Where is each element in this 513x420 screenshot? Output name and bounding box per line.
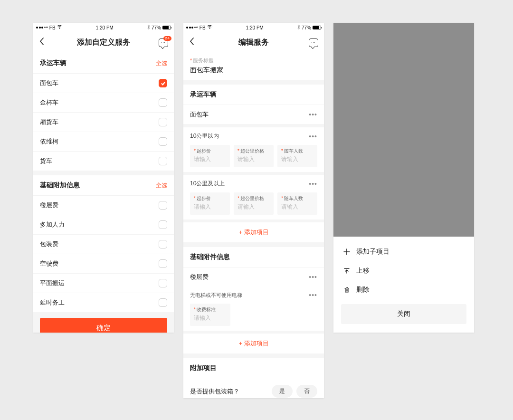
confirm-button[interactable]: 确定 <box>40 318 167 333</box>
extra-row[interactable]: 平面搬运 <box>33 273 174 293</box>
vehicle-row[interactable]: 面包车 <box>33 73 174 93</box>
content-scroll[interactable]: *服务标题 承运车辆 面包车 ••• 10公里以内 ••• *起步价 请输入 *… <box>183 53 324 398</box>
extra-label: 平面搬运 <box>40 279 65 287</box>
extra-label: 延时务工 <box>40 298 65 307</box>
more-icon[interactable]: ••• <box>309 180 317 188</box>
price-chip[interactable]: *随车人数 请输入 <box>277 145 317 167</box>
battery-pct: 77% <box>152 25 161 30</box>
clock: 1:20 PM <box>246 25 264 30</box>
content-scroll[interactable]: 承运车辆 全选 面包车 金杯车 厢货车 依维柯 货车 基础附加信息 全选 <box>33 53 174 333</box>
back-button[interactable] <box>39 37 44 48</box>
add-item-button[interactable]: + 添加项目 <box>183 334 324 353</box>
base-row[interactable]: 楼层费 ••• <box>183 267 324 286</box>
battery-icon <box>313 26 321 29</box>
action-sheet: 添加子项目 上移 删除 关闭 <box>333 237 474 333</box>
vehicle-label: 货车 <box>40 157 52 165</box>
base-fee-inputs: *收费标准 请输入 <box>183 304 324 331</box>
service-title-input[interactable] <box>183 64 324 80</box>
sheet-move-up[interactable]: 上移 <box>333 261 474 280</box>
nav-bar: 添加自定义服务 ··· 24 <box>33 32 174 53</box>
range-inputs: *起步价 请输入 *超公里价格 请输入 *随车人数 请输入 <box>183 192 324 220</box>
carrier-label: FB <box>200 25 206 30</box>
extra-row[interactable]: 多加人力 <box>33 215 174 234</box>
wifi-icon <box>57 25 62 30</box>
checkbox[interactable] <box>159 98 167 107</box>
trash-icon <box>343 286 351 293</box>
phone-add-service: FB 1:20 PM 77% 添加自定义服务 ··· 24 承运车辆 <box>33 23 174 333</box>
vehicle-label: 金杯车 <box>40 98 58 107</box>
vehicle-row[interactable]: 货车 <box>33 151 174 171</box>
phone-edit-service: FB 1:20 PM 77% 编辑服务 ··· *服务标题 <box>183 23 324 398</box>
phone-action-sheet: 添加子项目 上移 删除 关闭 <box>333 23 474 333</box>
status-bar: FB 1:20 PM 77% <box>33 23 174 32</box>
extra-section-header: 附加项目 <box>183 358 324 378</box>
select-all-vehicles[interactable]: 全选 <box>156 59 167 67</box>
vehicle-row[interactable]: 金杯车 <box>33 93 174 112</box>
checkbox[interactable] <box>159 157 167 165</box>
checkbox[interactable] <box>159 220 167 229</box>
move-up-icon <box>343 267 351 274</box>
modal-backdrop[interactable] <box>333 23 474 237</box>
checkbox[interactable] <box>159 118 167 126</box>
no-pill[interactable]: 否 <box>296 385 317 398</box>
service-title-label: *服务标题 <box>183 53 324 64</box>
fee-chip[interactable]: *收费标准 请输入 <box>190 304 230 326</box>
extra-row[interactable]: 包装费 <box>33 234 174 254</box>
section-vehicles-header: 承运车辆 全选 <box>33 53 174 73</box>
checkbox[interactable] <box>159 259 167 268</box>
checkbox[interactable] <box>159 298 167 307</box>
messages-icon[interactable]: ··· 24 <box>159 38 168 47</box>
extra-label: 多加人力 <box>40 220 65 229</box>
veh-name-row[interactable]: 面包车 ••• <box>183 105 324 124</box>
checkbox[interactable] <box>159 79 167 87</box>
price-chip[interactable]: *起步价 请输入 <box>190 192 230 215</box>
price-chip[interactable]: *随车人数 请输入 <box>277 192 317 215</box>
page-title: 编辑服务 <box>183 38 324 48</box>
sheet-add-sub[interactable]: 添加子项目 <box>333 242 474 261</box>
plus-icon <box>343 248 351 255</box>
battery-icon <box>162 26 171 29</box>
extra-row[interactable]: 延时务工 <box>33 293 174 312</box>
vehicle-label: 厢货车 <box>40 118 58 126</box>
select-all-extras[interactable]: 全选 <box>156 181 167 190</box>
extra-label: 空驶费 <box>40 259 58 268</box>
extra-row[interactable]: 楼层费 <box>33 195 174 215</box>
signal-dots <box>186 27 198 29</box>
add-item-button[interactable]: + 添加项目 <box>183 222 324 242</box>
nav-bar: 编辑服务 ··· <box>183 32 324 53</box>
back-button[interactable] <box>189 37 194 48</box>
sheet-delete[interactable]: 删除 <box>333 280 474 299</box>
vehicle-label: 依维柯 <box>40 137 58 146</box>
bluetooth-icon <box>297 25 300 30</box>
section-extras-title: 基础附加信息 <box>40 181 80 190</box>
extra-row[interactable]: 空驶费 <box>33 254 174 273</box>
vehicle-row[interactable]: 厢货车 <box>33 112 174 132</box>
sheet-close-button[interactable]: 关闭 <box>341 304 466 324</box>
more-icon[interactable]: ••• <box>309 291 317 299</box>
vehicle-row[interactable]: 依维柯 <box>33 132 174 151</box>
checkbox[interactable] <box>159 137 167 146</box>
bluetooth-icon <box>147 25 150 30</box>
checkbox[interactable] <box>159 201 167 210</box>
price-chip[interactable]: *起步价 请输入 <box>190 145 230 167</box>
battery-pct: 77% <box>302 25 311 30</box>
veh-name: 面包车 <box>190 110 209 119</box>
price-chip[interactable]: *超公里价格 请输入 <box>234 192 274 215</box>
checkbox[interactable] <box>159 240 167 248</box>
more-icon[interactable]: ••• <box>309 133 317 140</box>
range-row: 10公里及以上 ••• <box>183 175 324 192</box>
svg-point-0 <box>59 28 60 29</box>
carrier-label: FB <box>49 25 56 30</box>
checkbox[interactable] <box>159 279 167 287</box>
wifi-icon <box>207 25 212 30</box>
messages-icon[interactable]: ··· <box>309 38 318 47</box>
range-label: 10公里及以上 <box>190 180 225 188</box>
yes-pill[interactable]: 是 <box>272 385 293 398</box>
veh-section-header: 承运车辆 <box>183 85 324 105</box>
more-icon[interactable]: ••• <box>309 273 317 281</box>
price-chip[interactable]: *超公里价格 请输入 <box>234 145 274 167</box>
extra-question-row: 是否提供包装箱？ 是 否 <box>183 378 324 398</box>
page-title: 添加自定义服务 <box>33 38 174 48</box>
more-icon[interactable]: ••• <box>309 111 317 118</box>
range-label: 10公里以内 <box>190 132 219 140</box>
